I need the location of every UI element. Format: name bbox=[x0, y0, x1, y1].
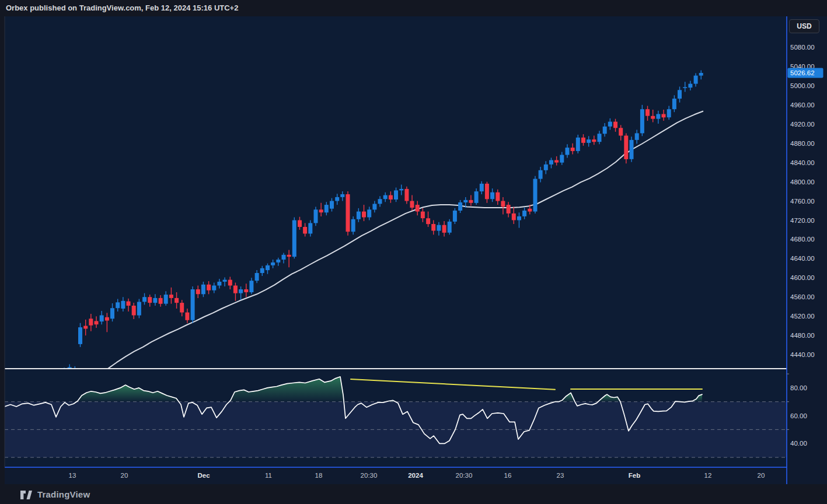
candle-body bbox=[137, 302, 141, 316]
candle-body bbox=[121, 301, 125, 309]
candle-body bbox=[656, 114, 660, 119]
price-tick-label: 4600.00 bbox=[790, 274, 815, 281]
candle-body bbox=[699, 73, 703, 76]
candle-body bbox=[416, 205, 420, 212]
candle-body bbox=[566, 148, 570, 155]
candle-body bbox=[105, 317, 109, 321]
price-tick-label: 4680.00 bbox=[790, 236, 815, 243]
candle-body bbox=[201, 285, 205, 295]
candle-body bbox=[539, 170, 543, 179]
price-tick-label: 4720.00 bbox=[790, 217, 815, 224]
price-tick-label: 4960.00 bbox=[790, 102, 815, 108]
price-tick-label: 4760.00 bbox=[790, 198, 815, 205]
candle-body bbox=[340, 194, 344, 197]
time-tick-label: 16 bbox=[504, 472, 512, 479]
candle-body bbox=[662, 114, 666, 118]
candle-body bbox=[335, 197, 339, 201]
candle-body bbox=[175, 298, 179, 303]
candle-body bbox=[448, 222, 452, 233]
currency-button[interactable]: USD bbox=[789, 19, 819, 33]
tradingview-logo-icon[interactable] bbox=[20, 489, 33, 500]
candle-body bbox=[672, 99, 676, 109]
price-tick-label: 4480.00 bbox=[790, 332, 815, 339]
candle-body bbox=[533, 179, 538, 212]
candle-body bbox=[249, 281, 253, 292]
candle-body bbox=[389, 195, 393, 200]
candle-body bbox=[554, 160, 559, 163]
candle-body bbox=[495, 192, 500, 201]
chart-canvas[interactable]: 5080.005040.005000.004960.004920.004880.… bbox=[0, 0, 827, 504]
price-tick-label: 4800.00 bbox=[790, 178, 815, 186]
candle-body bbox=[239, 289, 243, 293]
candle-body bbox=[367, 209, 371, 217]
candle-body bbox=[581, 138, 585, 143]
rsi-tick-label: 80.00 bbox=[790, 384, 807, 391]
candle-body bbox=[282, 255, 286, 260]
candle-body bbox=[544, 164, 548, 170]
candle-body bbox=[255, 273, 259, 281]
candle-body bbox=[630, 140, 634, 159]
candle-body bbox=[271, 262, 275, 265]
candle-body bbox=[78, 327, 82, 344]
time-tick-label: 20 bbox=[121, 472, 128, 479]
price-tick-label: 4560.00 bbox=[790, 293, 815, 300]
candle-body bbox=[83, 326, 88, 329]
price-tick-label: 4880.00 bbox=[790, 140, 815, 147]
candle-body bbox=[421, 212, 425, 219]
candle-body bbox=[463, 200, 467, 202]
candle-body bbox=[683, 87, 687, 88]
candle-body bbox=[410, 201, 414, 208]
candle-body bbox=[560, 155, 564, 163]
candle-body bbox=[490, 192, 494, 200]
candle-body bbox=[431, 224, 435, 231]
candle-body bbox=[549, 160, 553, 164]
candle-body bbox=[180, 303, 184, 313]
candle-body bbox=[474, 191, 479, 203]
candle-body bbox=[372, 204, 376, 210]
candle-body bbox=[619, 128, 623, 135]
candle-body bbox=[292, 220, 296, 257]
candle-body bbox=[244, 289, 248, 292]
candle-body bbox=[153, 298, 157, 303]
price-tick-label: 4440.00 bbox=[790, 351, 815, 358]
candle-body bbox=[426, 218, 430, 224]
candle-body bbox=[233, 286, 238, 293]
candle-body bbox=[512, 214, 516, 220]
candle-body bbox=[223, 280, 227, 282]
candle-body bbox=[308, 223, 312, 233]
time-tick-label: Dec bbox=[197, 472, 210, 479]
candle-body bbox=[100, 316, 104, 322]
candle-body bbox=[191, 289, 195, 320]
candle-body bbox=[185, 313, 189, 320]
time-tick-label: 23 bbox=[557, 472, 564, 479]
candle-body bbox=[159, 298, 163, 304]
candle-body bbox=[127, 302, 131, 306]
candle-body bbox=[383, 195, 388, 200]
candle-body bbox=[458, 202, 462, 211]
time-tick-label: 20:30 bbox=[361, 472, 378, 479]
price-tick-label: 5000.00 bbox=[790, 82, 815, 89]
candle-body bbox=[635, 133, 639, 140]
candle-body bbox=[89, 318, 93, 326]
candle-body bbox=[357, 212, 361, 219]
price-tick-label: 4840.00 bbox=[790, 159, 815, 166]
candle-body bbox=[351, 219, 355, 232]
candle-body bbox=[613, 122, 617, 128]
candle-body bbox=[624, 136, 628, 159]
candle-body bbox=[298, 220, 302, 228]
candle-body bbox=[442, 225, 446, 233]
tradingview-brand[interactable]: TradingView bbox=[37, 489, 90, 499]
candle-body bbox=[469, 200, 473, 203]
time-tick-label: 13 bbox=[69, 472, 76, 479]
candle-body bbox=[587, 139, 591, 143]
price-tick-label: 5080.00 bbox=[790, 44, 815, 51]
published-chart-page: Orbex published on TradingView.com, Feb … bbox=[0, 0, 827, 504]
candle-body bbox=[598, 134, 602, 142]
publish-info-text: Orbex published on TradingView.com, Feb … bbox=[6, 0, 238, 16]
candle-body bbox=[314, 209, 318, 223]
price-tick-label: 4920.00 bbox=[790, 121, 815, 128]
time-tick-label: 18 bbox=[315, 472, 323, 479]
time-tick-label: 20:30 bbox=[456, 472, 473, 479]
candle-body bbox=[603, 127, 607, 134]
candle-body bbox=[212, 286, 216, 290]
